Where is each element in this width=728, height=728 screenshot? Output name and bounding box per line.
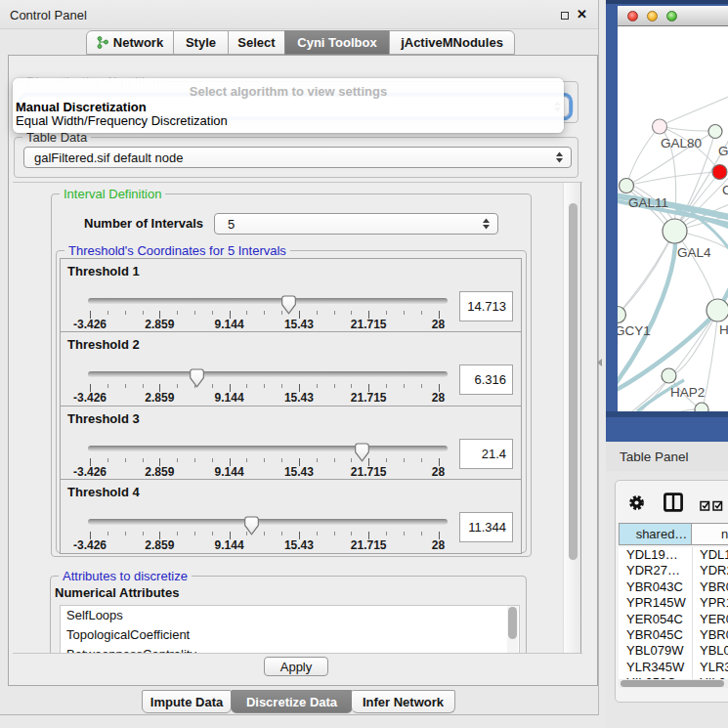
svg-text:GAL11: GAL11: [628, 195, 668, 210]
svg-text:GA: GA: [718, 144, 728, 158]
svg-text:C: C: [722, 183, 728, 197]
svg-text:HAP2: HAP2: [670, 385, 705, 400]
svg-text:GAL4: GAL4: [677, 245, 711, 260]
svg-text:GAL80: GAL80: [661, 136, 702, 150]
svg-text:HI: HI: [719, 322, 728, 337]
svg-text:GCY1: GCY1: [618, 323, 651, 338]
